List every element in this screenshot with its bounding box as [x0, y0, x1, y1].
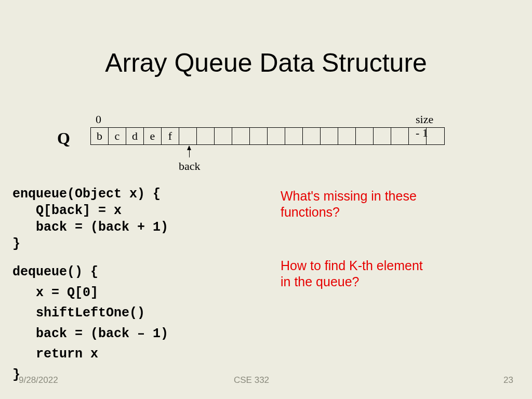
array-cell: [232, 128, 250, 144]
queue-label: Q: [57, 129, 70, 148]
footer-page-number: 23: [503, 375, 513, 385]
array-cell: [391, 128, 409, 144]
array-cell: [215, 128, 232, 144]
array-cell: [409, 128, 427, 144]
array-cell: f: [162, 128, 179, 144]
footer-date: 9/28/2022: [19, 375, 58, 385]
array-cell: [427, 128, 444, 144]
back-pointer-arrow: [189, 146, 190, 157]
array-cell: [303, 128, 321, 144]
array-cell: [338, 128, 356, 144]
array-cells: b c d e f: [90, 127, 445, 145]
enqueue-code: enqueue(Object x) { Q[back] = x back = (…: [12, 186, 168, 252]
question-missing: What's missing in these functions?: [281, 188, 417, 221]
array-cell: [179, 128, 197, 144]
array-cell: [285, 128, 303, 144]
array-cell: [356, 128, 374, 144]
question-kth: How to find K-th element in the queue?: [281, 258, 423, 290]
array-cell: c: [109, 128, 126, 144]
array-cell: [321, 128, 338, 144]
array-cell: b: [91, 128, 109, 144]
array-cell: [197, 128, 215, 144]
array-cell: d: [126, 128, 144, 144]
array-cell: [250, 128, 268, 144]
dequeue-code: dequeue() { x = Q[0] shiftLeftOne() back…: [12, 262, 168, 385]
array-cell: e: [144, 128, 162, 144]
array-cell: [268, 128, 285, 144]
array-cell: [374, 128, 391, 144]
footer-course: CSE 332: [234, 375, 269, 385]
question-line: functions?: [281, 205, 340, 219]
question-line: How to find K-th element: [281, 258, 423, 273]
index-zero-label: 0: [96, 113, 101, 126]
slide-title: Array Queue Data Structure: [0, 0, 532, 78]
question-line: in the queue?: [281, 274, 360, 289]
back-label: back: [179, 159, 201, 173]
question-line: What's missing in these: [281, 189, 417, 203]
